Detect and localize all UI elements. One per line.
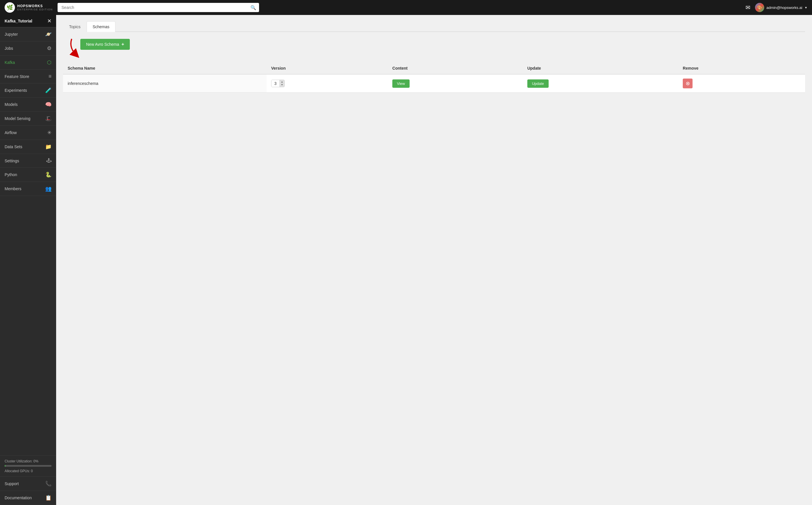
content-cell: View <box>388 74 523 93</box>
action-bar: New Avro Schema + <box>63 39 805 55</box>
airflow-icon: ✳ <box>47 130 51 136</box>
experiments-icon: 🧪 <box>45 87 51 94</box>
sidebar-item-kafka[interactable]: Kafka ⬡ <box>0 55 56 69</box>
update-button[interactable]: Update <box>527 79 548 88</box>
nav-right: ✉ 🎨 admin@hopsworks.ai ▼ <box>746 3 807 12</box>
sidebar-item-datasets[interactable]: Data Sets 📁 <box>0 140 56 154</box>
remove-cell: ⊗ <box>678 74 805 93</box>
support-icon: 📞 <box>45 481 51 487</box>
sidebar-item-support[interactable]: Support 📞 <box>0 477 56 491</box>
project-header: Kafka_Tutorial ✕ <box>0 15 56 27</box>
cluster-utilization-label: Cluster Utilization: 0% <box>5 459 51 463</box>
sidebar-item-models[interactable]: Models 🧠 <box>0 98 56 112</box>
progress-bar-fill <box>5 465 5 467</box>
logo-text: HOPSWORKS ENTERPRISE EDITION <box>17 4 53 11</box>
col-schema-name: Schema Name <box>63 62 267 74</box>
new-avro-schema-button[interactable]: New Avro Schema + <box>80 39 130 50</box>
mail-icon[interactable]: ✉ <box>746 4 751 11</box>
jupyter-icon: 🪐 <box>45 31 51 37</box>
view-button[interactable]: View <box>392 79 410 88</box>
plus-icon: + <box>122 42 124 47</box>
table-header: Schema Name Version Content Update Remov… <box>63 62 805 74</box>
model-serving-icon: 🎩 <box>45 115 51 122</box>
jobs-icon: ⚙ <box>47 45 51 51</box>
version-up-arrow[interactable]: ▲ <box>281 80 283 83</box>
cluster-section: Cluster Utilization: 0% Allocated GPUs: … <box>0 456 56 477</box>
close-project-button[interactable]: ✕ <box>47 18 51 24</box>
version-box[interactable]: 3 ▲ ▼ <box>271 80 285 87</box>
main-layout: Kafka_Tutorial ✕ Jupyter 🪐 Jobs ⚙ Kafka … <box>0 15 812 505</box>
remove-button[interactable]: ⊗ <box>683 78 692 88</box>
version-cell: 3 ▲ ▼ <box>267 74 388 93</box>
search-icon-button[interactable]: 🔍 <box>251 5 256 10</box>
version-down-arrow[interactable]: ▼ <box>281 83 283 86</box>
python-icon: 🐍 <box>45 171 51 178</box>
avatar: 🎨 <box>755 3 764 12</box>
project-name: Kafka_Tutorial <box>5 19 32 23</box>
sidebar-bottom: Support 📞 Documentation 📋 <box>0 477 56 505</box>
models-icon: 🧠 <box>45 101 51 108</box>
schema-name-cell: inferenceschema <box>63 74 267 93</box>
update-cell: Update <box>523 74 678 93</box>
feature-store-icon: ≡ <box>48 73 51 79</box>
user-name: admin@hopsworks.ai <box>767 5 802 10</box>
topnav: 🌿 HOPSWORKS ENTERPRISE EDITION 🔍 ✉ 🎨 adm… <box>0 0 812 15</box>
sidebar-item-documentation[interactable]: Documentation 📋 <box>0 491 56 505</box>
logo-icon: 🌿 <box>5 2 15 13</box>
sidebar-item-settings[interactable]: Settings 🕹 <box>0 154 56 168</box>
version-arrows[interactable]: ▲ ▼ <box>280 80 284 87</box>
settings-icon: 🕹 <box>46 158 51 164</box>
col-remove: Remove <box>678 62 805 74</box>
sidebar-item-feature-store[interactable]: Feature Store ≡ <box>0 69 56 83</box>
version-number: 3 <box>272 80 280 87</box>
logo-area: 🌿 HOPSWORKS ENTERPRISE EDITION <box>5 2 53 13</box>
tabs: Topics Schemas <box>63 21 805 32</box>
remove-icon: ⊗ <box>686 80 690 87</box>
sidebar-item-jobs[interactable]: Jobs ⚙ <box>0 41 56 55</box>
sidebar-item-airflow[interactable]: Airflow ✳ <box>0 126 56 140</box>
sidebar-item-model-serving[interactable]: Model Serving 🎩 <box>0 112 56 126</box>
cluster-progress-bar <box>5 465 51 467</box>
schemas-table: Schema Name Version Content Update Remov… <box>63 62 805 93</box>
col-update: Update <box>523 62 678 74</box>
annotation-arrow-schema <box>63 36 80 60</box>
user-area[interactable]: 🎨 admin@hopsworks.ai ▼ <box>755 3 807 12</box>
tab-topics[interactable]: Topics <box>63 21 87 32</box>
table-row: inferenceschema 3 ▲ ▼ View <box>63 74 805 93</box>
sidebar: Kafka_Tutorial ✕ Jupyter 🪐 Jobs ⚙ Kafka … <box>0 15 56 505</box>
sidebar-item-jupyter[interactable]: Jupyter 🪐 <box>0 27 56 41</box>
kafka-icon: ⬡ <box>47 59 51 65</box>
datasets-icon: 📁 <box>45 144 51 150</box>
sidebar-item-members[interactable]: Members 👥 <box>0 182 56 196</box>
col-content: Content <box>388 62 523 74</box>
tab-schemas[interactable]: Schemas <box>87 21 116 32</box>
new-schema-label: New Avro Schema <box>86 42 119 47</box>
sidebar-item-python[interactable]: Python 🐍 <box>0 168 56 182</box>
search-input[interactable] <box>57 3 259 12</box>
chevron-down-icon: ▼ <box>805 6 807 9</box>
documentation-icon: 📋 <box>45 495 51 501</box>
table-body: inferenceschema 3 ▲ ▼ View <box>63 74 805 93</box>
sidebar-item-experiments[interactable]: Experiments 🧪 <box>0 83 56 98</box>
col-version: Version <box>267 62 388 74</box>
members-icon: 👥 <box>45 186 51 192</box>
search-bar[interactable]: 🔍 <box>57 3 259 12</box>
content-area: Topics Schemas New Avro Schema + <box>56 15 812 505</box>
allocated-gpus: Allocated GPUs: 0 <box>5 469 51 473</box>
